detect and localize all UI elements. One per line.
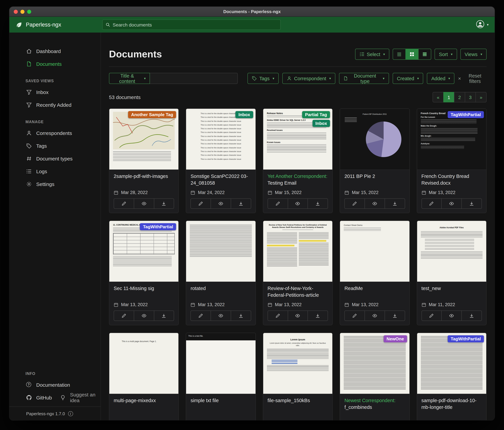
document-thumbnail[interactable]: Review of New York Federal Petitions for… [263,221,333,282]
document-title[interactable]: test_new [421,285,482,292]
sidebar-item-inbox[interactable]: Inbox [9,86,101,98]
tag-badge[interactable]: TagWithPartial [140,223,176,230]
edit-button[interactable] [191,198,211,209]
added-filter-button[interactable]: Added ▾ [427,73,454,84]
view-button[interactable] [365,310,385,321]
sidebar-item-documents[interactable]: Documents [9,57,101,70]
edit-button[interactable] [268,198,288,209]
view-button[interactable] [288,310,308,321]
document-title[interactable]: French Country Bread Revised.docx [421,173,482,186]
edit-button[interactable] [344,198,365,209]
document-thumbnail[interactable]: Lorem ipsumLorem ipsum dolor sit amet, c… [263,333,333,394]
document-thumbnail[interactable]: TagWithPartial [417,333,486,394]
tag-badge[interactable]: Partial Tag [302,111,330,118]
document-card[interactable]: Contact Sheet DemoReadMeMar 13, 2022 [340,221,410,325]
edit-button[interactable] [421,198,442,209]
document-thumbnail[interactable]: Patient BP Distribution 2011 [340,109,409,170]
view-button[interactable] [211,198,231,209]
document-thumbnail[interactable]: Adobe Acrobat PDF Files [417,221,486,282]
download-button[interactable] [308,310,328,321]
document-card[interactable]: French Country BreadFor the LessonMake t… [417,108,486,213]
search-input[interactable] [113,22,277,27]
sidebar-item-correspondents[interactable]: Correspondents [9,127,101,139]
minimize-window-button[interactable] [20,9,25,14]
document-thumbnail[interactable]: Release NotesSimba ODBC Driver for SQL S… [263,109,333,170]
download-button[interactable] [385,310,405,321]
document-title[interactable]: 2011 BP Pie 2 [344,173,405,180]
document-title[interactable]: 2sample-pdf-with-images [114,173,174,180]
edit-button[interactable] [421,310,442,321]
sidebar-item-github[interactable]: GitHub [9,391,52,404]
pagination-page-2[interactable]: 2 [454,92,465,102]
tags-filter-button[interactable]: Tags ▾ [247,73,279,84]
sort-button[interactable]: Sort ▾ [435,49,457,60]
sidebar-item-logs[interactable]: Logs [9,165,101,178]
document-card[interactable]: Adobe Acrobat PDF Filestest_newMar 11, 2… [417,221,486,325]
document-thumbnail[interactable]: This is a multi page document. Page 1. [109,333,179,394]
view-button[interactable] [441,310,462,321]
document-title[interactable]: file-sample_150kBs [268,397,328,404]
document-thumbnail[interactable]: This is a test for the double space char… [186,109,255,170]
sidebar-item-documentation[interactable]: ? Documentation [9,378,101,391]
tag-badge[interactable]: NewOne [383,335,407,342]
document-card[interactable]: Review of New York Federal Petitions for… [263,221,333,325]
document-card[interactable]: This is a test for the double space char… [186,108,256,213]
document-title[interactable]: Yet Another Correspondent: Testing Email [268,173,328,186]
document-thumbnail[interactable]: Another Sample Tag [109,109,179,170]
document-title[interactable]: simple txt file [191,397,251,404]
sidebar-item-settings[interactable]: Settings [9,178,101,190]
document-title[interactable]: ReadMe [344,285,405,292]
created-filter-button[interactable]: Created ▾ [393,73,423,84]
document-thumbnail[interactable]: This is a test file. [186,333,255,394]
title-content-filter-button[interactable]: Title & content ▾ [109,73,150,84]
document-card[interactable]: Release NotesSimba ODBC Driver for SQL S… [263,108,333,213]
pagination-page-1[interactable]: 1 [443,92,454,102]
correspondent-link[interactable]: Yet Another Correspondent: [268,174,327,179]
select-button[interactable]: Select ▾ [355,49,389,60]
edit-button[interactable] [114,198,134,209]
grid-view-button[interactable] [405,49,418,60]
tag-badge[interactable]: TagWithPartial [448,335,484,342]
zoom-window-button[interactable] [27,9,31,14]
download-button[interactable] [461,310,482,321]
user-menu[interactable]: ▾ [476,20,489,30]
global-search[interactable] [102,19,281,30]
document-thumbnail[interactable]: Contact Sheet Demo [340,221,409,282]
detail-view-button[interactable] [418,49,431,60]
sidebar-item-suggest-idea[interactable]: Suggest an idea [52,391,101,404]
download-button[interactable] [154,310,174,321]
download-button[interactable] [231,310,251,321]
document-card[interactable]: This is a test file.simple txt file [186,333,256,420]
edit-button[interactable] [114,310,134,321]
sidebar-item-document-types[interactable]: Document types [9,152,101,165]
sidebar-item-dashboard[interactable]: Dashboard [9,45,101,57]
document-card[interactable]: Patient BP Distribution 20112011 BP Pie … [340,108,410,213]
document-thumbnail[interactable] [186,221,255,282]
tag-badge[interactable]: Another Sample Tag [128,111,176,118]
sidebar-item-tags[interactable]: Tags [9,139,101,152]
document-title[interactable]: rotated [191,285,251,292]
document-card[interactable]: NewOneNewest Correspondent: f_combineds [340,333,410,420]
filter-text-input[interactable] [150,73,238,84]
document-title[interactable]: Sec 11-Missing sig [114,285,174,292]
pagination-prev-button[interactable]: « [432,92,444,102]
document-type-filter-button[interactable]: Document type ▾ [339,73,389,84]
download-button[interactable] [308,198,328,209]
view-button[interactable] [211,310,231,321]
document-title[interactable]: Newest Correspondent: f_combineds [344,397,405,411]
edit-button[interactable] [191,310,211,321]
tag-badge[interactable]: Inbox [235,111,253,118]
correspondent-link[interactable]: Newest Correspondent: [344,398,396,403]
brand[interactable]: Paperless-ngx [15,21,102,28]
document-thumbnail[interactable]: 11. CONTINUING MEDICAL EDUCATagWithParti… [109,221,179,282]
document-card[interactable]: rotatedMar 13, 2022 [186,221,256,325]
document-card[interactable]: 11. CONTINUING MEDICAL EDUCATagWithParti… [109,221,179,325]
document-title[interactable]: Review-of-New-York-Federal-Petitions-art… [268,285,328,299]
view-button[interactable] [441,198,462,209]
view-button[interactable] [365,198,385,209]
tag-badge[interactable]: TagWithPartial [448,111,484,118]
pagination-page-3[interactable]: 3 [465,92,476,102]
document-thumbnail[interactable]: French Country BreadFor the LessonMake t… [417,109,486,170]
info-circle-icon[interactable]: i [68,411,73,416]
sidebar-item-recently-added[interactable]: Recently Added [9,98,101,111]
